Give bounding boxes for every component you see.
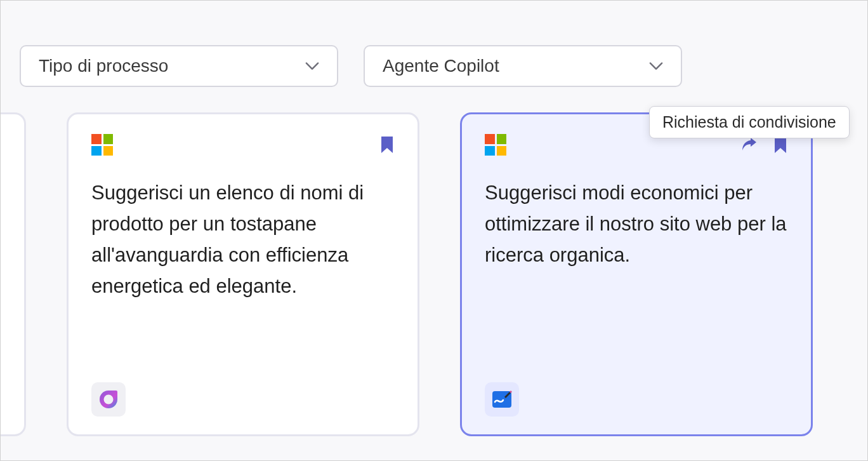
process-type-label: Tipo di processo [39, 56, 168, 76]
app-loop-icon[interactable] [91, 382, 126, 417]
bookmark-icon[interactable] [379, 135, 395, 154]
prompt-text: Suggerisci un elenco di nomi di prodotto… [91, 178, 395, 302]
prompt-card[interactable]: Suggerisci modi economici per ottimizzar… [460, 112, 813, 436]
prompt-text: Suggerisci modi economici per ottimizzar… [485, 178, 788, 271]
card-actions [379, 135, 395, 154]
card-footer [485, 382, 788, 417]
prompt-card[interactable]: Suggerisci un elenco di nomi di prodotto… [67, 112, 419, 436]
cards-row: Suggerisci un elenco di nomi di prodotto… [0, 87, 867, 436]
share-tooltip-text: Richiesta di condivisione [662, 113, 836, 131]
prompt-card-partial[interactable] [0, 112, 26, 436]
chevron-down-icon [305, 59, 319, 73]
process-type-dropdown[interactable]: Tipo di processo [20, 45, 338, 87]
share-icon[interactable] [740, 136, 758, 154]
filter-row: Tipo di processo Agente Copilot [1, 1, 867, 87]
card-header [91, 133, 395, 156]
copilot-agent-dropdown[interactable]: Agente Copilot [364, 45, 682, 87]
share-tooltip: Richiesta di condivisione [649, 106, 850, 138]
app-whiteboard-icon[interactable] [485, 382, 519, 417]
copilot-agent-label: Agente Copilot [383, 56, 499, 76]
svg-point-0 [104, 395, 114, 404]
chevron-down-icon [649, 59, 663, 73]
card-footer [91, 382, 395, 417]
microsoft-logo-icon [91, 134, 113, 156]
microsoft-logo-icon [485, 134, 506, 156]
